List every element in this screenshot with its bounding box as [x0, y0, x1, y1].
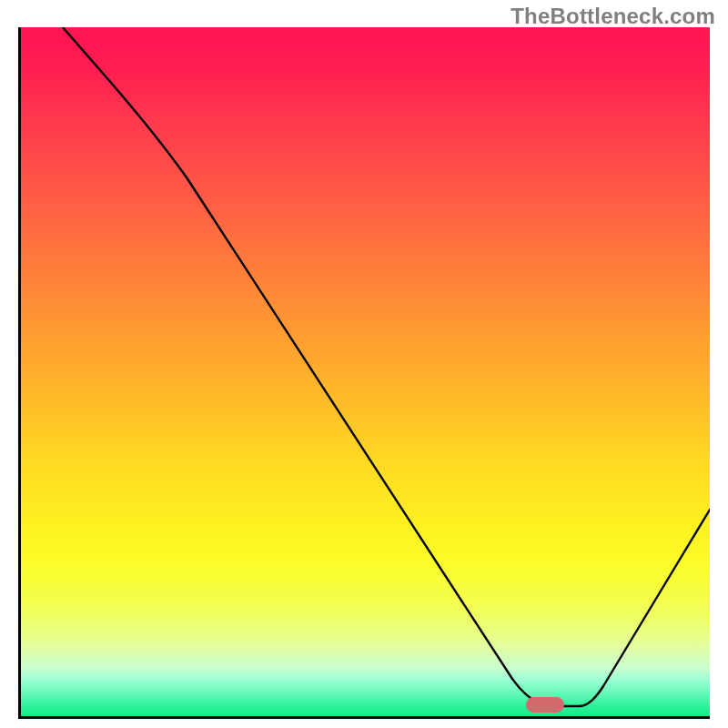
bottleneck-curve: [21, 27, 710, 716]
plot-area: [18, 27, 710, 719]
curve-path: [63, 27, 710, 706]
optimal-range-marker: [526, 697, 564, 713]
watermark-text: TheBottleneck.com: [511, 4, 715, 29]
chart-stage: TheBottleneck.com: [0, 0, 728, 728]
